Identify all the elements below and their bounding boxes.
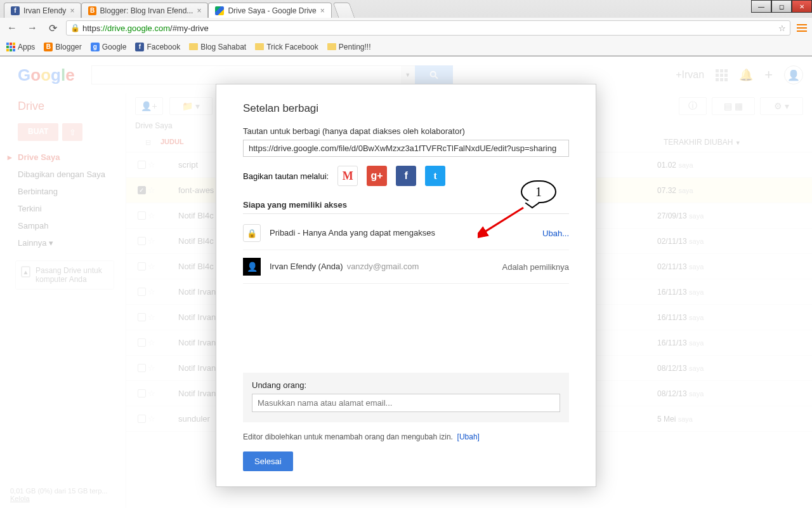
col-date[interactable]: TERAKHIR DIUBAH ▼ xyxy=(664,138,803,147)
star-icon[interactable]: ☆ xyxy=(148,211,160,220)
search-button[interactable] xyxy=(415,65,453,84)
checkbox-icon[interactable]: ✓ xyxy=(138,186,146,194)
apps-grid-icon[interactable] xyxy=(716,69,728,81)
star-icon[interactable]: ☆ xyxy=(148,185,160,195)
star-icon[interactable]: ☆ xyxy=(148,389,160,398)
checkbox-icon[interactable] xyxy=(138,161,146,169)
sidebar-nav-item[interactable]: Dibagikan dengan Saya xyxy=(0,166,126,183)
checkbox-icon[interactable] xyxy=(138,338,146,347)
bookmark-star-icon[interactable]: ☆ xyxy=(778,23,786,33)
tab-close-icon[interactable]: × xyxy=(197,6,201,15)
bookmarks-bar: AppsBBloggergGooglefFacebookBlog Sahabat… xyxy=(0,38,812,56)
star-icon[interactable]: ☆ xyxy=(148,312,160,322)
file-name: sunduler xyxy=(178,414,210,424)
search-box: ▼ xyxy=(91,65,453,84)
bookmark-item[interactable]: gGoogle xyxy=(91,43,127,51)
google-logo: Google xyxy=(18,65,75,85)
minimize-button[interactable]: — xyxy=(751,0,771,13)
gmail-icon[interactable] xyxy=(337,166,358,186)
facebook-icon: f xyxy=(11,6,20,15)
info-button[interactable]: ⓘ xyxy=(679,97,707,115)
create-button[interactable]: BUAT xyxy=(18,123,58,141)
file-name: Notif Bl4c xyxy=(178,236,214,246)
sidebar-nav-item[interactable]: Sampah xyxy=(0,217,126,234)
search-input[interactable] xyxy=(91,65,401,84)
reload-button[interactable]: ⟳ xyxy=(46,21,60,35)
browser-tab[interactable]: Drive Saya - Google Drive× xyxy=(208,3,331,18)
settings-button[interactable]: ⚙ ▾ xyxy=(760,97,803,115)
change-access-link[interactable]: Ubah... xyxy=(542,229,569,238)
annotation-arrow xyxy=(478,205,528,238)
sidebar-nav-item[interactable]: Terkini xyxy=(0,200,126,217)
checkbox-icon[interactable] xyxy=(138,364,146,372)
checkbox-icon[interactable] xyxy=(138,237,146,245)
share-plus-icon[interactable]: + xyxy=(764,67,773,83)
back-button[interactable]: ← xyxy=(5,21,19,35)
done-button[interactable]: Selesai xyxy=(243,451,293,471)
close-window-button[interactable]: ✕ xyxy=(792,0,812,13)
checkbox-icon[interactable] xyxy=(138,211,146,220)
star-icon[interactable]: ☆ xyxy=(148,414,160,424)
svg-point-0 xyxy=(430,72,435,77)
tabs-row: fIrvan Efendy×BBlogger: Blog Irvan Efend… xyxy=(0,0,812,18)
folder-button[interactable]: 📁 ▾ xyxy=(169,97,213,115)
chrome-menu-icon[interactable] xyxy=(797,24,807,32)
user-avatar[interactable]: 👤 xyxy=(784,65,803,84)
forward-button[interactable]: → xyxy=(25,21,39,35)
url-bar[interactable]: 🔒 https://drive.google.com/#my-drive ☆ xyxy=(66,20,790,36)
checkbox-icon[interactable] xyxy=(138,288,146,296)
share-link-input[interactable] xyxy=(243,140,569,157)
change-editor-permission-link[interactable]: [Ubah] xyxy=(457,432,480,441)
star-icon[interactable]: ☆ xyxy=(148,287,160,297)
browser-tab[interactable]: BBlogger: Blog Irvan Efend...× xyxy=(81,3,208,18)
url-path: /#my-drive xyxy=(170,23,209,33)
file-date: 02/11/13 saya xyxy=(657,262,803,271)
tab-close-icon[interactable]: × xyxy=(70,6,74,15)
manage-storage-link[interactable]: Kelola xyxy=(10,495,30,502)
star-icon[interactable]: ☆ xyxy=(148,236,160,246)
twitter-icon[interactable] xyxy=(425,166,445,186)
upload-button[interactable]: ⇧ xyxy=(62,123,82,141)
folder-icon xyxy=(255,43,264,50)
maximize-button[interactable]: ◻ xyxy=(771,0,792,13)
checkbox-icon[interactable] xyxy=(138,415,146,423)
checkbox-icon[interactable] xyxy=(138,262,146,271)
invite-input[interactable] xyxy=(252,394,560,412)
sidebar-nav-item[interactable]: Drive Saya xyxy=(0,149,126,166)
star-icon[interactable]: ☆ xyxy=(148,363,160,373)
user-link[interactable]: +Irvan xyxy=(676,69,704,81)
file-date: 01.02 saya xyxy=(657,161,803,170)
install-icon: ▲ xyxy=(21,266,30,277)
folder-icon xyxy=(327,43,336,50)
install-drive-promo[interactable]: ▲ Pasang Drive untuk komputer Anda xyxy=(15,260,114,290)
search-dropdown[interactable]: ▼ xyxy=(401,65,415,84)
sidebar-nav-item[interactable]: Berbintang xyxy=(0,183,126,200)
bookmark-label: Facebook xyxy=(147,43,180,51)
bookmark-item[interactable]: fFacebook xyxy=(135,43,180,51)
bookmark-item[interactable]: Apps xyxy=(6,43,35,51)
notifications-icon[interactable]: 🔔 xyxy=(739,68,753,82)
new-tab-button[interactable] xyxy=(332,3,355,18)
file-name: Notif Irvan xyxy=(178,338,216,347)
sidebar-nav-item[interactable]: Lainnya ▾ xyxy=(0,234,126,251)
browser-tab[interactable]: fIrvan Efendy× xyxy=(4,3,81,18)
bookmark-item[interactable]: BBlogger xyxy=(44,43,81,51)
facebook-icon[interactable] xyxy=(396,166,416,186)
star-icon[interactable]: ☆ xyxy=(148,262,160,271)
googleplus-icon[interactable] xyxy=(367,166,387,186)
star-icon[interactable]: ☆ xyxy=(148,338,160,347)
checkbox-icon[interactable] xyxy=(138,313,146,321)
link-label: Tautan untuk berbagi (hanya dapat diakse… xyxy=(243,126,569,136)
checkbox-icon[interactable] xyxy=(138,389,146,398)
expand-icon[interactable]: ⊟ xyxy=(145,138,151,147)
product-name: Drive xyxy=(0,100,126,118)
view-toggle[interactable]: ▤ ▦ xyxy=(712,97,755,115)
bookmark-item[interactable]: Penting!!! xyxy=(327,43,371,51)
bookmark-label: Penting!!! xyxy=(339,43,371,51)
file-date: 07.32 saya xyxy=(657,186,803,195)
bookmark-item[interactable]: Trick Facebook xyxy=(255,43,318,51)
bookmark-item[interactable]: Blog Sahabat xyxy=(189,43,246,51)
tab-close-icon[interactable]: × xyxy=(320,6,325,15)
star-icon[interactable]: ☆ xyxy=(148,160,160,170)
add-person-button[interactable]: 👤+ xyxy=(135,97,163,115)
